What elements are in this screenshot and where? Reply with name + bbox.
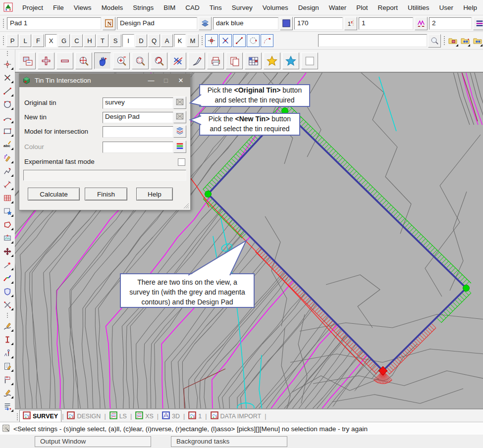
original-tin-input[interactable]: survey — [103, 98, 173, 109]
table-button[interactable] — [245, 52, 262, 69]
snap-arc-button[interactable] — [261, 34, 273, 47]
zoom-inout-button[interactable] — [113, 52, 130, 69]
sidebar-tool-grid[interactable] — [1, 192, 14, 204]
sidebar-tool-pole[interactable] — [1, 347, 14, 359]
menu-cad[interactable]: CAD — [184, 3, 201, 12]
star-blue-button[interactable] — [282, 52, 299, 69]
new-tin-input[interactable]: Design Pad — [103, 112, 173, 123]
colour-picker-button[interactable] — [173, 141, 186, 153]
search-icon[interactable] — [428, 34, 441, 48]
name-badge-icon[interactable]: N — [103, 17, 115, 30]
resize-grip[interactable] — [183, 203, 189, 209]
zoom-extents-button[interactable] — [75, 52, 92, 69]
colour-input[interactable] — [103, 142, 173, 153]
menu-bim[interactable]: BIM — [162, 3, 176, 12]
sidebar-tool-delete[interactable] — [1, 299, 14, 311]
mode-button-m[interactable]: M — [187, 34, 199, 47]
mode-button-h[interactable]: H — [84, 34, 96, 47]
model-layers-icon[interactable] — [199, 17, 212, 30]
menu-report[interactable]: Report — [377, 3, 399, 12]
sidebar-tool-shield[interactable] — [1, 285, 14, 298]
sidebar-grip[interactable] — [6, 50, 9, 56]
copy-button[interactable] — [226, 52, 243, 69]
calculate-button[interactable]: Calculate — [28, 188, 80, 200]
menu-plot[interactable]: Plot — [355, 3, 369, 12]
sidebar-tool-text[interactable]: abc — [1, 138, 14, 150]
sidebar-tool-polygon[interactable] — [1, 218, 14, 231]
dialog-titlebar[interactable]: Tin Tin Intersection — □ ✕ — [19, 74, 190, 87]
sidebar-tool-polyline[interactable] — [1, 165, 14, 177]
mode-button-d[interactable]: D — [135, 34, 147, 47]
menu-models[interactable]: Models — [101, 3, 124, 12]
tab-3d[interactable]: 3D — [159, 410, 183, 422]
menu-strings[interactable]: Strings — [132, 3, 155, 12]
mode-button-t[interactable]: T — [97, 34, 108, 47]
sidebar-grip[interactable] — [6, 312, 9, 318]
colour-swatch-icon[interactable] — [280, 17, 293, 30]
sidebar-tool-measure[interactable] — [1, 178, 14, 191]
mode-button-x[interactable]: X — [45, 34, 57, 47]
toolbar-grip[interactable] — [443, 35, 445, 46]
tab-survey[interactable]: SURVEY — [19, 410, 61, 422]
snap-point-button[interactable] — [205, 34, 218, 47]
mode-button-a[interactable]: A — [161, 34, 173, 47]
mode-button-c[interactable]: C — [71, 34, 83, 47]
blank-button[interactable] — [301, 52, 318, 69]
text-height-field[interactable]: 170 — [294, 17, 343, 30]
sidebar-tool-cross[interactable] — [1, 71, 14, 84]
pick-button[interactable] — [188, 52, 205, 69]
sidebar-tool-pencil[interactable] — [1, 320, 14, 332]
output-window-button[interactable]: Output Window — [35, 436, 151, 447]
linewidth-field[interactable]: 2 — [429, 17, 472, 30]
minimize-button[interactable]: — — [144, 77, 159, 84]
sidebar-tool-ibeam[interactable] — [1, 333, 14, 346]
linestyle-field[interactable]: 1 — [359, 17, 413, 30]
close-button[interactable]: ✕ — [173, 77, 188, 84]
menu-help[interactable]: Help — [462, 3, 478, 12]
menu-water[interactable]: Water — [328, 3, 348, 12]
sidebar-tool-winstar[interactable] — [1, 205, 14, 217]
menu-project[interactable]: Project — [21, 3, 44, 12]
sidebar-tool-image[interactable] — [1, 232, 14, 244]
mode-button-f[interactable]: F — [32, 34, 44, 47]
toolbar-grip[interactable] — [201, 35, 203, 46]
zoom-previous-button[interactable] — [151, 52, 167, 69]
tab-data-import[interactable]: DATA IMPORT — [208, 410, 265, 422]
menu-design[interactable]: Design — [297, 3, 320, 12]
background-tasks-button[interactable]: Background tasks — [171, 436, 287, 447]
folder-binoculars-button[interactable] — [460, 35, 471, 47]
mode-button-g[interactable]: G — [58, 34, 70, 47]
sidebar-tool-rect[interactable] — [1, 125, 14, 137]
menu-utilities[interactable]: Utilities — [407, 3, 430, 12]
sidebar-tool-colorline[interactable] — [1, 272, 14, 284]
sidebar-tool-flag[interactable] — [1, 373, 14, 386]
tab-ls[interactable]: LS — [107, 410, 130, 422]
mode-button-i[interactable]: I — [122, 34, 134, 47]
snap-cross-button[interactable] — [219, 34, 232, 47]
pan-button[interactable] — [94, 52, 111, 69]
menu-file[interactable]: File — [52, 3, 65, 12]
model-for-intersection-input[interactable] — [103, 126, 173, 138]
sidebar-tool-listarrow[interactable] — [1, 400, 14, 412]
folder-cube-button[interactable] — [447, 35, 459, 47]
model-picker-button[interactable] — [173, 125, 186, 138]
sidebar-tool-wand[interactable] — [1, 258, 14, 271]
toolbar-grip[interactable] — [2, 18, 4, 29]
string-name-field[interactable]: Pad 1 — [7, 17, 101, 30]
snap-line-button[interactable] — [233, 34, 246, 47]
tile-button[interactable] — [19, 52, 36, 69]
search-input[interactable] — [318, 34, 427, 47]
model-field[interactable]: Design Pad — [117, 17, 197, 30]
print-button[interactable] — [207, 52, 224, 69]
sidebar-tool-circle[interactable] — [1, 98, 14, 110]
original-tin-picker-button[interactable] — [173, 97, 186, 109]
plus-button[interactable] — [38, 52, 54, 69]
menu-user[interactable]: User — [438, 3, 455, 12]
sidebar-tool-line[interactable] — [1, 85, 14, 97]
text-height-icon[interactable]: 1z — [344, 17, 357, 30]
finish-button[interactable]: Finish — [85, 188, 127, 200]
sidebar-tool-arc[interactable] — [1, 111, 14, 124]
mode-button-s[interactable]: S — [109, 34, 121, 47]
tab-design[interactable]: DESIGN — [64, 410, 104, 422]
mode-button-p[interactable]: P — [6, 34, 18, 47]
